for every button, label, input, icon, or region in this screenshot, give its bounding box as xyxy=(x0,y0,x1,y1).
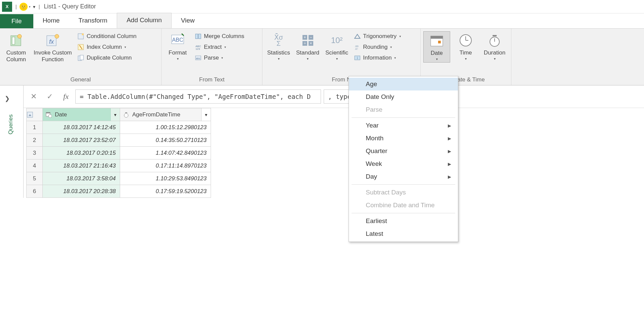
menu-item-date-only[interactable]: Date Only xyxy=(349,90,458,103)
menu-item-parse-label: Parse xyxy=(366,106,383,113)
window-title: List1 - Query Editor xyxy=(44,3,96,10)
cell-date[interactable]: 18.03.2017 3:58:04 xyxy=(43,172,120,185)
column-header-date-label: Date xyxy=(55,111,67,118)
trigonometry-label: Trigonometry xyxy=(363,33,397,40)
table-row[interactable]: 318.03.2017 0:20:151.14:07:42.8490123 xyxy=(27,147,211,159)
index-column-icon xyxy=(77,43,84,51)
cell-agefromdatetime[interactable]: 0.17:11:14.8970123 xyxy=(120,159,211,172)
cell-date[interactable]: 18.03.2017 14:12:45 xyxy=(43,121,120,134)
table-corner-button[interactable] xyxy=(27,108,43,121)
column-filter-age[interactable]: ▾ xyxy=(201,108,211,121)
index-column-button[interactable]: Index Column ▾ xyxy=(76,43,138,51)
format-button[interactable]: ABC Format ▾ xyxy=(164,31,191,62)
svg-rect-48 xyxy=(125,112,127,113)
chevron-down-icon: ▾ xyxy=(114,112,116,117)
invoke-custom-function-button[interactable]: fx Invoke Custom Function xyxy=(32,31,74,65)
duplicate-column-button[interactable]: Duplicate Column xyxy=(76,53,138,62)
tab-transform[interactable]: Transform xyxy=(69,13,117,28)
svg-text:Σ: Σ xyxy=(277,40,281,47)
duration-icon xyxy=(487,33,502,48)
table-row[interactable]: 618.03.2017 20:28:380.17:59:19.5200123 xyxy=(27,185,211,198)
svg-point-46 xyxy=(48,114,52,118)
tab-file[interactable]: File xyxy=(0,14,33,28)
statistics-button[interactable]: X̄σΣ Statistics ▾ xyxy=(265,31,292,62)
formula-commit-button[interactable]: ✓ xyxy=(43,90,57,103)
extract-icon: ABC123 xyxy=(194,43,202,51)
row-number[interactable]: 4 xyxy=(27,159,43,172)
submenu-arrow-icon: ▶ xyxy=(448,123,451,128)
menu-item-year[interactable]: Year▶ xyxy=(349,119,458,132)
tab-home[interactable]: Home xyxy=(33,13,69,28)
information-dropdown-icon: ▾ xyxy=(394,56,396,60)
scientific-button[interactable]: 10² Scientific ▾ xyxy=(323,31,350,62)
date-dropdown-icon: ▾ xyxy=(436,57,438,61)
standard-icon: +−÷× xyxy=(300,33,316,48)
cell-agefromdatetime[interactable]: 1.14:07:42.8490123 xyxy=(120,147,211,159)
duplicate-column-label: Duplicate Column xyxy=(86,55,132,61)
duration-type-icon xyxy=(123,111,130,118)
trigonometry-button[interactable]: Trigonometry ▾ xyxy=(352,32,402,41)
table-row[interactable]: 418.03.2017 21:16:430.17:11:14.8970123 xyxy=(27,159,211,172)
svg-text:÷: ÷ xyxy=(303,41,306,46)
extract-dropdown-icon: ▾ xyxy=(224,45,226,49)
column-header-date[interactable]: Date ▾ xyxy=(43,108,120,121)
duration-button[interactable]: Duration ▾ xyxy=(481,31,508,62)
formula-input-left[interactable] xyxy=(75,89,321,104)
cell-agefromdatetime[interactable]: 0.17:59:19.5200123 xyxy=(120,185,211,198)
row-number[interactable]: 6 xyxy=(27,185,43,198)
scientific-dropdown-icon: ▾ xyxy=(336,57,338,61)
custom-column-button[interactable]: Custom Column xyxy=(3,31,30,65)
svg-point-5 xyxy=(55,34,59,38)
menu-item-week[interactable]: Week▶ xyxy=(349,157,458,170)
column-filter-date[interactable]: ▾ xyxy=(110,108,120,121)
information-button[interactable]: i Information ▾ xyxy=(352,53,402,62)
menu-item-day[interactable]: Day▶ xyxy=(349,170,458,183)
smiley-icon[interactable]: 🙂 xyxy=(20,3,28,11)
qat-customize-dropdown[interactable]: ▾ xyxy=(33,4,35,9)
format-icon: ABC xyxy=(170,33,185,48)
rounding-button[interactable]: .00.0↑ Rounding ▾ xyxy=(352,43,402,51)
tab-add-column[interactable]: Add Column xyxy=(117,13,172,28)
cell-date[interactable]: 18.03.2017 21:16:43 xyxy=(43,159,120,172)
svg-text:ABC: ABC xyxy=(172,37,183,43)
row-number[interactable]: 2 xyxy=(27,134,43,147)
standard-button[interactable]: +−÷× Standard ▾ xyxy=(294,31,321,62)
conditional-column-button[interactable]: Conditional Column xyxy=(76,32,138,41)
parse-label: Parse xyxy=(204,55,219,61)
row-number[interactable]: 5 xyxy=(27,172,43,185)
table-row[interactable]: 118.03.2017 14:12:451.00:15:12.2980123 xyxy=(27,121,211,134)
time-button[interactable]: Time ▾ xyxy=(452,31,479,62)
queries-pane-label[interactable]: Queries xyxy=(7,114,14,135)
table-row[interactable]: 218.03.2017 23:52:070.14:35:50.2710123 xyxy=(27,134,211,147)
table-row[interactable]: 518.03.2017 3:58:041.10:29:53.8490123 xyxy=(27,172,211,185)
statistics-dropdown-icon: ▾ xyxy=(278,57,280,61)
cell-agefromdatetime[interactable]: 1.00:15:12.2980123 xyxy=(120,121,211,134)
menu-item-parse: Parse xyxy=(349,103,458,116)
group-label-general: General xyxy=(3,76,158,84)
close-icon: ✕ xyxy=(31,92,37,101)
merge-columns-button[interactable]: Merge Columns xyxy=(193,32,246,41)
cell-agefromdatetime[interactable]: 1.10:29:53.8490123 xyxy=(120,172,211,185)
scientific-icon: 10² xyxy=(329,33,345,48)
parse-button[interactable]: abc Parse ▾ xyxy=(193,53,246,62)
queries-expand-chevron-icon[interactable]: ❯ xyxy=(0,92,14,105)
extract-button[interactable]: ABC123 Extract ▾ xyxy=(193,43,246,51)
cell-agefromdatetime[interactable]: 0.14:35:50.2710123 xyxy=(120,134,211,147)
conditional-column-label: Conditional Column xyxy=(86,33,136,40)
tab-view[interactable]: View xyxy=(172,13,204,28)
submenu-arrow-icon: ▶ xyxy=(448,174,451,179)
date-button[interactable]: Date ▾ xyxy=(423,31,450,63)
title-separator: | xyxy=(15,4,17,9)
menu-item-age[interactable]: Age xyxy=(349,78,458,90)
formula-cancel-button[interactable]: ✕ xyxy=(27,90,40,103)
cell-date[interactable]: 18.03.2017 20:28:38 xyxy=(43,185,120,198)
cell-date[interactable]: 18.03.2017 0:20:15 xyxy=(43,147,120,159)
svg-text:i: i xyxy=(357,56,358,60)
row-number[interactable]: 1 xyxy=(27,121,43,134)
row-number[interactable]: 3 xyxy=(27,147,43,159)
cell-date[interactable]: 18.03.2017 23:52:07 xyxy=(43,134,120,147)
menu-item-quarter[interactable]: Quarter▶ xyxy=(349,145,458,157)
smiley-dropdown[interactable]: ▾ xyxy=(28,3,32,11)
menu-item-month[interactable]: Month▶ xyxy=(349,132,458,145)
column-header-age[interactable]: AgeFromDateTime ▾ xyxy=(120,108,211,121)
